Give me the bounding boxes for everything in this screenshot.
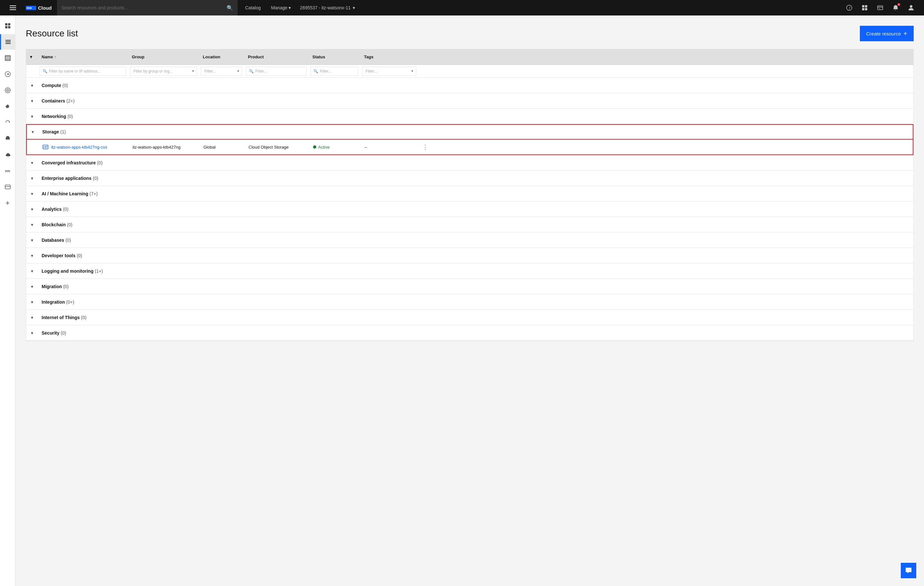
category-chevron-icon: ▾ <box>27 129 38 134</box>
svg-point-12 <box>910 5 912 8</box>
logo-text: Cloud <box>38 5 52 11</box>
table-header: ▾ Name ↑ Group Location Product Status T… <box>26 50 913 65</box>
category-row[interactable]: ▾ Containers (2+) <box>26 93 913 109</box>
notifications-button[interactable] <box>888 0 903 15</box>
categories-container: ▾ Compute (0) ▾ Containers (2+) ▾ Networ… <box>26 78 913 341</box>
svg-rect-7 <box>862 8 865 10</box>
category-chevron-icon: ▾ <box>26 98 38 104</box>
svg-rect-9 <box>878 6 883 10</box>
product-filter-search-icon: 🔍 <box>249 69 254 74</box>
category-row[interactable]: ▾ Internet of Things (0) <box>26 310 913 325</box>
user-button[interactable] <box>903 0 919 15</box>
sidebar-item-devices[interactable] <box>0 179 15 195</box>
category-chevron-icon: ▾ <box>26 206 38 212</box>
category-row[interactable]: ▾ Databases (0) <box>26 233 913 248</box>
chat-button[interactable] <box>901 563 916 578</box>
tags-filter-select[interactable]: Filter... <box>362 67 416 76</box>
category-chevron-icon: ▾ <box>26 253 38 258</box>
category-row[interactable]: ▾ Converged infrastructure (0) <box>26 155 913 170</box>
location-filter-select[interactable]: Filter... <box>201 67 242 76</box>
resource-type-icon <box>42 144 49 150</box>
name-column-header[interactable]: Name ↑ <box>38 54 128 59</box>
category-label: Blockchain (0) <box>38 222 913 227</box>
category-row[interactable]: ▾ Enterprise applications (0) <box>26 170 913 186</box>
ibm-cloud-logo[interactable]: IBM Cloud <box>21 5 57 11</box>
resource-table: ▾ Name ↑ Group Location Product Status T… <box>26 49 914 341</box>
location-column-header: Location <box>199 54 244 59</box>
sidebar-item-security-groups[interactable] <box>0 83 15 98</box>
account-selector[interactable]: 2695537 - itz-watsonx-11 ▾ <box>296 0 358 15</box>
category-row[interactable]: ▾ Storage (1) <box>26 124 913 140</box>
name-filter-input[interactable] <box>40 67 126 76</box>
location-filter-cell: Filter... ▾ <box>199 67 244 76</box>
sidebar-item-catalog[interactable] <box>0 50 15 66</box>
group-filter-select[interactable]: Filter by group or org... <box>130 67 197 76</box>
category-chevron-icon: ▾ <box>26 176 38 181</box>
category-chevron-icon: ▾ <box>26 269 38 274</box>
svg-rect-17 <box>5 40 11 41</box>
category-row[interactable]: ▾ Compute (0) <box>26 78 913 93</box>
name-sort-icon: ↑ <box>54 55 56 59</box>
create-resource-button[interactable]: Create resource + <box>860 26 914 41</box>
notification-badge <box>898 3 900 6</box>
cost-button[interactable] <box>873 0 888 15</box>
sidebar-item-refresh[interactable] <box>0 115 15 130</box>
resource-group: itz-watson-apps-ktb427ng <box>129 145 200 150</box>
svg-text:IBM: IBM <box>26 7 32 10</box>
sidebar-item-resource-list[interactable] <box>0 34 15 50</box>
search-bar[interactable]: 🔍 <box>57 0 238 15</box>
status-filter-wrap: 🔍 <box>310 67 358 76</box>
category-label: Storage (1) <box>38 129 913 134</box>
collapse-all-header[interactable]: ▾ <box>26 54 38 59</box>
resource-product: Cloud Object Storage <box>245 145 309 150</box>
grid-button[interactable] <box>857 0 873 15</box>
sidebar-item-add[interactable]: + <box>0 195 15 211</box>
category-row[interactable]: ▾ Developer tools (0) <box>26 248 913 263</box>
sidebar-item-dashboard[interactable] <box>0 18 15 33</box>
sidebar-item-cloud[interactable] <box>0 147 15 162</box>
status-filter-search-icon: 🔍 <box>314 69 318 74</box>
group-column-header: Group <box>128 54 199 59</box>
category-row[interactable]: ▾ Migration (0) <box>26 279 913 294</box>
category-label: Migration (0) <box>38 284 913 289</box>
svg-rect-18 <box>5 41 11 42</box>
category-row[interactable]: ▾ Logging and monitoring (1+) <box>26 263 913 279</box>
category-label: Compute (0) <box>38 83 913 88</box>
tags-column-header: Tags <box>360 54 418 59</box>
tags-filter-wrap: Filter... ▾ <box>362 67 416 76</box>
resource-location: Global <box>200 145 245 150</box>
category-chevron-icon: ▾ <box>26 160 38 165</box>
status-column-header: Status <box>309 54 360 59</box>
category-chevron-icon: ▾ <box>26 238 38 243</box>
sidebar-item-vm[interactable]: vm <box>0 163 15 178</box>
svg-rect-30 <box>45 147 46 148</box>
sidebar: vm + <box>0 15 15 586</box>
sidebar-item-notifications[interactable] <box>0 131 15 146</box>
location-filter-wrap: Filter... ▾ <box>201 67 242 76</box>
help-button[interactable] <box>842 0 857 15</box>
vm-label: vm <box>5 169 10 173</box>
resource-overflow-button[interactable]: ⋮ <box>419 144 432 150</box>
category-chevron-icon: ▾ <box>26 299 38 305</box>
resource-status: Active <box>309 145 361 150</box>
category-row[interactable]: ▾ Blockchain (0) <box>26 217 913 233</box>
category-row[interactable]: ▾ Integration (0+) <box>26 294 913 310</box>
name-filter-cell: 🔍 <box>38 67 128 76</box>
add-icon: + <box>5 199 10 207</box>
catalog-link[interactable]: Catalog <box>240 0 266 15</box>
resource-name-link[interactable]: itz-watson-apps-ktb427ng-cos <box>51 145 107 150</box>
category-row[interactable]: ▾ Security (0) <box>26 325 913 341</box>
manage-link[interactable]: Manage ▾ <box>266 0 296 15</box>
page-header: Resource list Create resource + <box>26 26 914 41</box>
svg-rect-1 <box>10 7 16 8</box>
sidebar-item-transactions[interactable] <box>0 66 15 82</box>
category-row[interactable]: ▾ Analytics (0) <box>26 201 913 217</box>
category-row[interactable]: ▾ Networking (0) <box>26 109 913 124</box>
menu-button[interactable] <box>5 0 21 15</box>
product-filter-input[interactable] <box>246 67 306 76</box>
sidebar-item-settings[interactable] <box>0 99 15 114</box>
category-row[interactable]: ▾ AI / Machine Learning (7+) <box>26 186 913 201</box>
search-input[interactable] <box>57 0 238 15</box>
category-chevron-icon: ▾ <box>26 191 38 196</box>
resource-row: itz-watson-apps-ktb427ng-cos itz-watson-… <box>26 140 913 155</box>
